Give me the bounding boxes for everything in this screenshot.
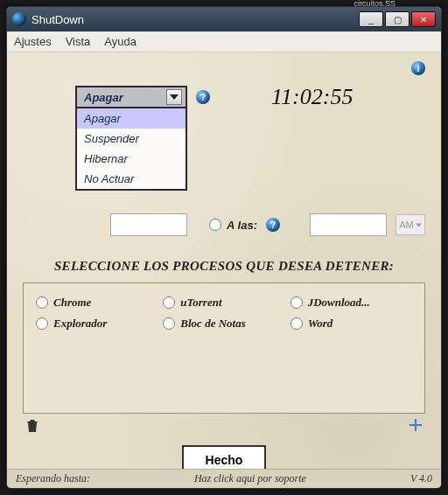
at-time-radio-input[interactable]: [209, 219, 221, 231]
menubar: Ajustes Vista Ayuda: [7, 31, 441, 52]
status-support-link[interactable]: Haz click aqui por soporte: [90, 472, 410, 485]
dropdown-option[interactable]: No Actuar: [77, 169, 186, 189]
process-label: Bloc de Notas: [180, 317, 245, 331]
process-label: Chrome: [53, 296, 91, 310]
process-item[interactable]: Chrome: [36, 292, 158, 313]
menu-ajustes[interactable]: Ajustes: [14, 35, 52, 48]
trash-icon[interactable]: [26, 419, 38, 433]
window-controls: _ ▢ ✕: [359, 11, 436, 27]
time-input[interactable]: [310, 213, 387, 236]
menu-ayuda[interactable]: Ayuda: [104, 35, 136, 48]
process-radio[interactable]: [290, 317, 303, 330]
titlebar: ShutDown _ ▢ ✕: [7, 7, 441, 31]
process-radio[interactable]: [163, 296, 175, 309]
status-left: Esperando hasta:: [16, 472, 90, 485]
status-version: V 4.0: [410, 472, 432, 485]
maximize-button[interactable]: ▢: [385, 11, 410, 27]
window-title: ShutDown: [32, 13, 359, 26]
main-window: ShutDown _ ▢ ✕ Ajustes Vista Ayuda i Apa…: [6, 6, 442, 489]
process-radio[interactable]: [290, 296, 303, 309]
clock-display: 11:02:55: [271, 84, 353, 110]
process-radio[interactable]: [163, 317, 175, 330]
process-label: Word: [308, 317, 333, 331]
info-icon[interactable]: i: [411, 61, 425, 75]
chevron-down-icon: [416, 223, 422, 227]
process-radio[interactable]: [36, 317, 48, 330]
process-item[interactable]: Explorador: [36, 313, 158, 334]
at-time-radio[interactable]: A las:: [209, 219, 257, 232]
process-label: uTorrent: [180, 296, 221, 310]
menu-vista[interactable]: Vista: [66, 35, 91, 48]
dropdown-list: Apagar Suspender Hibernar No Actuar: [75, 108, 187, 191]
action-dropdown[interactable]: Apagar Apagar Suspender Hibernar No Actu…: [75, 86, 187, 108]
help-icon[interactable]: ?: [196, 90, 210, 104]
dropdown-option[interactable]: Suspender: [77, 129, 186, 149]
dropdown-selected: Apagar: [84, 91, 123, 104]
ampm-toggle[interactable]: AM: [396, 214, 425, 235]
statusbar: Esperando hasta: Haz click aqui por sopo…: [7, 469, 441, 488]
dropdown-option[interactable]: Apagar: [77, 108, 186, 129]
minimize-button[interactable]: _: [359, 11, 383, 27]
process-radio[interactable]: [36, 296, 48, 309]
process-label: JDownload...: [308, 296, 370, 310]
close-button[interactable]: ✕: [411, 11, 436, 27]
process-item[interactable]: uTorrent: [163, 292, 284, 313]
time-mode-row: A las: ? AM: [23, 213, 425, 236]
at-time-label: A las:: [227, 219, 257, 232]
content-area: i Apagar Apagar Suspender Hibernar No Ac…: [7, 52, 441, 469]
process-list: Chrome uTorrent JDownload... Explorador …: [23, 282, 425, 414]
process-item[interactable]: JDownload...: [290, 292, 412, 313]
processes-heading: SELECCIONE LOS PROCESOS QUE DESEA DETENE…: [23, 259, 425, 274]
ampm-label: AM: [399, 220, 414, 230]
duration-input[interactable]: [110, 213, 187, 236]
process-label: Explorador: [53, 317, 107, 331]
help-icon[interactable]: ?: [266, 218, 280, 232]
dropdown-option[interactable]: Hibernar: [77, 149, 186, 169]
add-icon[interactable]: [410, 419, 422, 433]
dropdown-button[interactable]: Apagar: [75, 86, 187, 108]
process-item[interactable]: Bloc de Notas: [163, 313, 284, 334]
process-actions: [23, 419, 425, 433]
process-item[interactable]: Word: [290, 313, 412, 334]
action-row: Apagar Apagar Suspender Hibernar No Actu…: [75, 84, 425, 110]
chevron-down-icon[interactable]: [166, 89, 182, 105]
app-icon: [12, 12, 26, 26]
background-tab: circuitos.SS: [346, 0, 402, 6]
